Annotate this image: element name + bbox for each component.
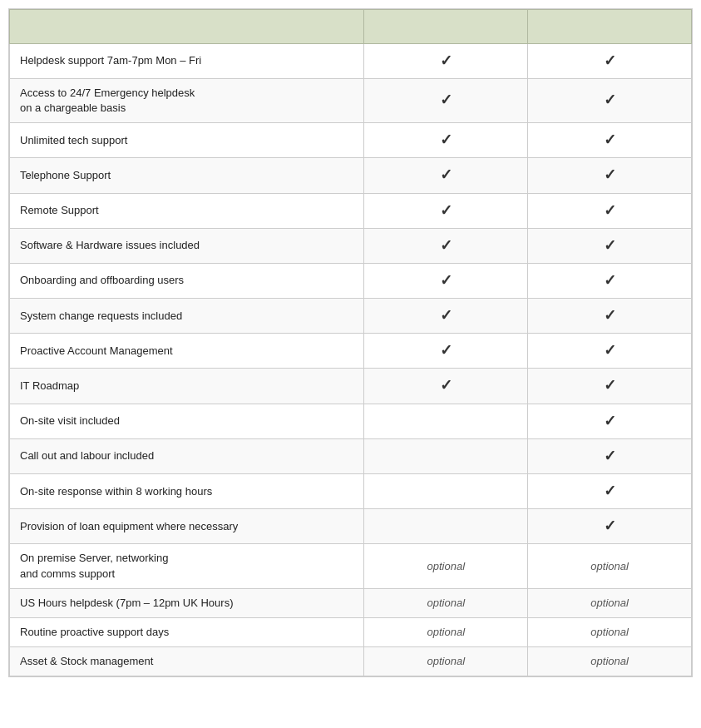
essentials-cell [364,404,528,438]
feature-cell: Access to 24/7 Emergency helpdeskon a ch… [10,78,364,122]
pro-cell: ✓ [528,404,692,438]
feature-cell: Telephone Support [10,158,364,193]
table-row: Software & Hardware issues included✓✓ [10,228,692,263]
pro-cell: ✓ [528,78,692,122]
feature-cell: Helpdesk support 7am-7pm Mon – Fri [10,43,364,78]
check-icon: ✓ [440,237,452,254]
optional-label: optional [427,655,466,667]
feature-cell: Call out and labour included [10,438,364,473]
table-row: On-site visit included✓ [10,404,692,438]
check-icon: ✓ [604,518,616,534]
essentials-cell: ✓ [364,123,528,158]
table-row: Proactive Account Management✓✓ [10,334,692,369]
table-row: IT Roadmap✓✓ [10,369,692,404]
pro-cell: optional [528,544,692,588]
essentials-cell: ✓ [364,158,528,193]
essentials-cell: optional [364,617,528,646]
essentials-cell [364,509,528,544]
header-feature [10,10,364,44]
essentials-cell [364,474,528,509]
essentials-cell: optional [364,544,528,588]
feature-cell: Proactive Account Management [10,334,364,369]
optional-label: optional [427,597,466,609]
essentials-cell: optional [364,647,528,676]
essentials-cell [364,438,528,473]
check-icon: ✓ [440,377,452,394]
table-row: Remote Support✓✓ [10,193,692,228]
table-row: Onboarding and offboarding users✓✓ [10,263,692,298]
feature-cell: Remote Support [10,193,364,228]
check-icon: ✓ [440,92,452,108]
optional-label: optional [590,560,629,572]
pro-cell: ✓ [528,509,692,544]
optional-label: optional [590,597,629,609]
pro-cell: optional [528,588,692,617]
pro-cell: ✓ [528,334,692,369]
pro-cell: ✓ [528,43,692,78]
table-row: Routine proactive support daysoptionalop… [10,617,692,646]
table-row: On-site response within 8 working hours✓ [10,474,692,509]
feature-cell: Routine proactive support days [10,617,364,646]
table-row: Telephone Support✓✓ [10,158,692,193]
header-essentials [364,10,528,44]
optional-label: optional [590,655,629,667]
pro-cell: ✓ [528,158,692,193]
check-icon: ✓ [604,52,616,69]
check-icon: ✓ [604,413,616,429]
check-icon: ✓ [440,342,452,359]
feature-cell: Software & Hardware issues included [10,228,364,263]
feature-cell: Provision of loan equipment where necess… [10,509,364,544]
pro-cell: optional [528,617,692,646]
check-icon: ✓ [440,166,452,183]
essentials-cell: ✓ [364,299,528,334]
essentials-cell: ✓ [364,263,528,298]
essentials-cell: ✓ [364,193,528,228]
feature-cell: On-site visit included [10,404,364,438]
feature-cell: IT Roadmap [10,369,364,404]
check-icon: ✓ [604,307,616,324]
check-icon: ✓ [604,237,616,254]
table-row: Provision of loan equipment where necess… [10,509,692,544]
pro-cell: optional [528,647,692,676]
check-icon: ✓ [440,52,452,69]
pro-cell: ✓ [528,123,692,158]
optional-label: optional [590,626,629,638]
check-icon: ✓ [604,342,616,359]
essentials-cell: ✓ [364,78,528,122]
table-row: Access to 24/7 Emergency helpdeskon a ch… [10,78,692,122]
check-icon: ✓ [604,483,616,499]
check-icon: ✓ [604,166,616,183]
pro-cell: ✓ [528,438,692,473]
feature-cell: Onboarding and offboarding users [10,263,364,298]
table-row: Asset & Stock managementoptionaloptional [10,647,692,676]
feature-cell: US Hours helpdesk (7pm – 12pm UK Hours) [10,588,364,617]
optional-label: optional [427,626,466,638]
essentials-cell: optional [364,588,528,617]
essentials-cell: ✓ [364,369,528,404]
pro-cell: ✓ [528,228,692,263]
check-icon: ✓ [440,272,452,289]
essentials-cell: ✓ [364,228,528,263]
check-icon: ✓ [604,448,616,464]
feature-cell: System change requests included [10,299,364,334]
feature-cell: Unlimited tech support [10,123,364,158]
pro-cell: ✓ [528,193,692,228]
pro-cell: ✓ [528,299,692,334]
feature-cell: On-site response within 8 working hours [10,474,364,509]
table-row: Unlimited tech support✓✓ [10,123,692,158]
table-row: System change requests included✓✓ [10,299,692,334]
check-icon: ✓ [604,272,616,289]
feature-cell: Asset & Stock management [10,647,364,676]
check-icon: ✓ [440,131,452,148]
check-icon: ✓ [604,202,616,219]
essentials-cell: ✓ [364,334,528,369]
header-pro [528,10,692,44]
comparison-table: Helpdesk support 7am-7pm Mon – Fri✓✓Acce… [8,8,693,677]
table-row: On premise Server, networkingand comms s… [10,544,692,588]
check-icon: ✓ [440,202,452,219]
table-row: Helpdesk support 7am-7pm Mon – Fri✓✓ [10,43,692,78]
check-icon: ✓ [604,377,616,394]
table-row: Call out and labour included✓ [10,438,692,473]
check-icon: ✓ [440,307,452,324]
essentials-cell: ✓ [364,43,528,78]
